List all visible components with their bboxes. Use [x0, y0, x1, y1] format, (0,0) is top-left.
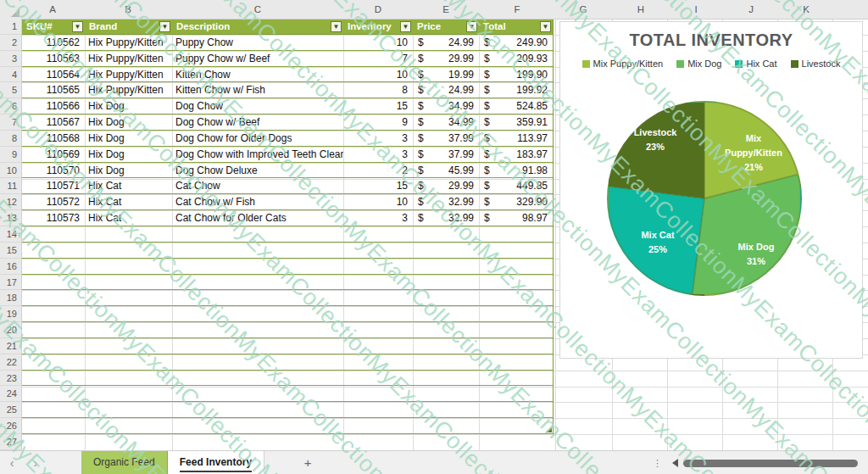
- table-empty-row[interactable]: [22, 354, 553, 371]
- row-header-24[interactable]: 24: [0, 386, 21, 402]
- table-empty-row[interactable]: [22, 371, 553, 387]
- table-empty-row[interactable]: [22, 275, 553, 291]
- cell-price[interactable]: $24.99: [413, 35, 479, 50]
- cell-price[interactable]: $32.99: [413, 210, 479, 226]
- cell-total[interactable]: $113.97: [479, 131, 553, 146]
- cell-price[interactable]: $37.99: [413, 131, 479, 146]
- cell-sku[interactable]: 110568: [22, 131, 85, 146]
- cell-description[interactable]: Cat Chow for Older Cats: [172, 210, 343, 226]
- row-header-25[interactable]: 25: [0, 402, 21, 418]
- cell-description[interactable]: Dog Chow with Improved Teeth Clean: [172, 147, 343, 162]
- cell-inventory[interactable]: 3: [343, 147, 413, 162]
- tabbar-options-dots-icon[interactable]: ⋮: [653, 460, 662, 467]
- cell-sku[interactable]: 110571: [22, 178, 85, 193]
- row-header-9[interactable]: 9: [0, 147, 21, 163]
- cell-sku[interactable]: 110573: [22, 210, 85, 226]
- row-header-22[interactable]: 22: [0, 354, 21, 371]
- cell-price[interactable]: $45.99: [413, 163, 479, 178]
- cell-description[interactable]: Dog Chow Deluxe: [172, 163, 343, 178]
- column-header-D[interactable]: D: [375, 0, 381, 19]
- row-header-21[interactable]: 21: [0, 338, 21, 354]
- cell-inventory[interactable]: 10: [343, 67, 413, 82]
- cell-price[interactable]: $29.99: [413, 51, 479, 66]
- cell-inventory[interactable]: 2: [343, 163, 413, 178]
- row-header-16[interactable]: 16: [0, 259, 21, 275]
- cell-price[interactable]: $34.99: [413, 98, 479, 114]
- column-header-B[interactable]: B: [125, 0, 131, 19]
- cell-brand[interactable]: Hix Cat: [85, 194, 172, 209]
- cell-sku[interactable]: 110566: [22, 98, 85, 114]
- header-cell-description[interactable]: Description▼: [172, 19, 343, 34]
- cell-inventory[interactable]: 7: [343, 51, 413, 66]
- cell-inventory[interactable]: 3: [343, 210, 413, 226]
- cell-description[interactable]: Kitten Chow w/ Fish: [172, 82, 343, 98]
- cell-brand[interactable]: Hix Dog: [85, 114, 172, 130]
- cell-brand[interactable]: Hix Cat: [85, 210, 172, 226]
- cell-inventory[interactable]: 15: [343, 98, 413, 114]
- cell-brand[interactable]: Hix Dog: [85, 98, 172, 114]
- cell-sku[interactable]: 110567: [22, 114, 85, 130]
- cell-total[interactable]: $449.85: [479, 178, 553, 193]
- table-empty-row[interactable]: [22, 386, 553, 402]
- row-header-27[interactable]: 27: [0, 434, 21, 450]
- cell-description[interactable]: Puppy Chow: [172, 35, 343, 50]
- cell-brand[interactable]: Hix Cat: [85, 178, 172, 193]
- cell-total[interactable]: $183.97: [479, 147, 553, 162]
- cell-brand[interactable]: Hix Dog: [85, 147, 172, 162]
- row-header-2[interactable]: 2: [0, 35, 21, 51]
- cell-price[interactable]: $34.99: [413, 114, 479, 130]
- row-header-13[interactable]: 13: [0, 210, 21, 226]
- column-header-A[interactable]: A: [49, 0, 56, 19]
- cell-description[interactable]: Kitten Chow: [172, 67, 343, 82]
- cell-sku[interactable]: 110562: [22, 35, 85, 50]
- row-header-11[interactable]: 11: [0, 178, 21, 194]
- row-header-26[interactable]: 26: [0, 418, 21, 434]
- row-header-17[interactable]: 17: [0, 275, 21, 291]
- column-header-C[interactable]: C: [254, 0, 261, 19]
- table-empty-row[interactable]: [22, 306, 553, 322]
- next-sheet-button[interactable]: ›: [24, 451, 47, 474]
- cell-total[interactable]: $91.98: [479, 163, 553, 178]
- cell-sku[interactable]: 110563: [22, 51, 85, 66]
- cell-brand[interactable]: Hix Puppy/Kitten: [85, 35, 172, 50]
- row-header-20[interactable]: 20: [0, 322, 21, 338]
- filter-dropdown-button[interactable]: ▼: [72, 21, 83, 32]
- row-header-23[interactable]: 23: [0, 371, 21, 387]
- horizontal-scrollbar-thumb[interactable]: [683, 460, 858, 467]
- row-header-1[interactable]: 1: [0, 19, 21, 35]
- filter-dropdown-button[interactable]: ▼: [466, 21, 477, 32]
- table-empty-row[interactable]: [22, 226, 553, 243]
- prev-sheet-button[interactable]: ‹: [0, 451, 24, 474]
- cell-total[interactable]: $98.97: [479, 210, 553, 226]
- cell-inventory[interactable]: 15: [343, 178, 413, 193]
- header-cell-total[interactable]: Total▼: [479, 19, 553, 34]
- cell-brand[interactable]: Hix Dog: [85, 163, 172, 178]
- cell-brand[interactable]: Hix Dog: [85, 131, 172, 146]
- table-empty-row[interactable]: [22, 418, 553, 434]
- column-header-E[interactable]: E: [442, 0, 449, 19]
- cell-inventory[interactable]: 8: [343, 82, 413, 98]
- row-header-12[interactable]: 12: [0, 194, 21, 210]
- filter-dropdown-button[interactable]: ▼: [159, 21, 170, 32]
- cell-sku[interactable]: 110564: [22, 67, 85, 82]
- cell-description[interactable]: Dog Chow: [172, 98, 343, 114]
- filter-dropdown-button[interactable]: ▼: [331, 21, 342, 32]
- column-header-H[interactable]: H: [637, 0, 644, 19]
- table-empty-row[interactable]: [22, 322, 553, 338]
- scroll-left-arrow-icon[interactable]: [672, 459, 678, 467]
- row-header-7[interactable]: 7: [0, 114, 21, 131]
- sheet-tab-organic-feed[interactable]: Organic Feed: [81, 451, 168, 474]
- add-sheet-button[interactable]: +: [298, 451, 317, 474]
- cell-description[interactable]: Dog Chow for Older Dogs: [172, 131, 343, 146]
- column-header-K[interactable]: K: [803, 0, 810, 19]
- cell-total[interactable]: $209.93: [479, 51, 553, 66]
- header-cell-price[interactable]: Price▼: [413, 19, 479, 34]
- cell-price[interactable]: $32.99: [413, 194, 479, 209]
- cell-price[interactable]: $24.99: [413, 82, 479, 98]
- sheet-tab-feed-inventory[interactable]: Feed Inventory: [168, 451, 264, 474]
- cell-description[interactable]: Puppy Chow w/ Beef: [172, 51, 343, 66]
- column-header-G[interactable]: G: [580, 0, 587, 19]
- cell-price[interactable]: $29.99: [413, 178, 479, 193]
- table-empty-row[interactable]: [22, 402, 553, 418]
- cell-brand[interactable]: Hix Puppy/Kitten: [85, 82, 172, 98]
